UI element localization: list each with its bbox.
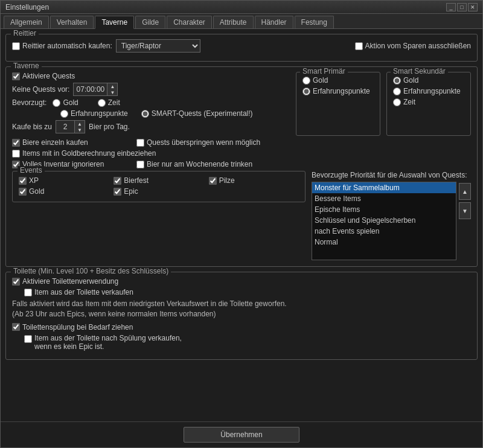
bier-wochenende-checkbox[interactable] bbox=[136, 161, 144, 168]
reittier-dropdown[interactable]: Tiger/Raptor bbox=[116, 39, 200, 53]
flush-checkbox[interactable] bbox=[12, 323, 20, 331]
priority-list[interactable]: Monster für Sammelalbum Bessere Items Ep… bbox=[312, 182, 456, 260]
events-pilze-checkbox[interactable] bbox=[209, 177, 217, 185]
events-gold-checkbox[interactable] bbox=[19, 188, 27, 196]
smart-sekundaer-zeit-radio[interactable] bbox=[393, 98, 401, 106]
events-label: Events bbox=[18, 166, 45, 174]
toilette-group: Toilette (Min. Level 100 + Besitz des Sc… bbox=[5, 272, 478, 360]
events-priority-area: Events XP Bierfest bbox=[12, 171, 471, 260]
no-quests-up[interactable]: ▲ bbox=[107, 83, 117, 89]
priority-item-1[interactable]: Bessere Items bbox=[312, 193, 456, 204]
buy-until-arrows: ▲ ▼ bbox=[74, 121, 85, 133]
no-quests-row: Keine Quests vor: ▲ ▼ bbox=[12, 83, 290, 96]
title-bar: Einstellungen _ □ ✕ bbox=[1, 1, 482, 14]
activate-quests-label[interactable]: Aktiviere Quests bbox=[12, 72, 75, 80]
buy-until-spinner[interactable]: ▲ ▼ bbox=[56, 120, 85, 133]
smart-quests-radio-label[interactable]: SMART-Quests (Experimental!) bbox=[141, 109, 253, 118]
gold-radio-label[interactable]: Gold bbox=[53, 98, 78, 107]
buy-until-up[interactable]: ▲ bbox=[75, 121, 85, 127]
tab-allgemein[interactable]: Allgemein bbox=[4, 16, 49, 28]
zeit-radio[interactable] bbox=[98, 99, 106, 107]
no-quests-spinner[interactable]: ▲ ▼ bbox=[73, 83, 118, 96]
sell-after-flush-label[interactable]: Item aus der Toilette nach Spülung verka… bbox=[24, 334, 182, 351]
events-bierfest-label[interactable]: Bierfest bbox=[114, 176, 203, 185]
events-bierfest-checkbox[interactable] bbox=[114, 177, 121, 185]
auto-buy-checkbox[interactable] bbox=[12, 42, 20, 50]
bier-wochenende-label[interactable]: Bier nur am Wochenende trinken bbox=[136, 160, 252, 168]
events-epic-label[interactable]: Epic bbox=[114, 187, 203, 196]
priority-item-0[interactable]: Monster für Sammelalbum bbox=[312, 182, 456, 193]
events-pilze-label[interactable]: Pilze bbox=[209, 176, 299, 185]
buy-until-input[interactable] bbox=[56, 121, 74, 133]
erfahrung-radio-label[interactable]: Erfahrungspunkte bbox=[60, 109, 128, 118]
events-xp-checkbox[interactable] bbox=[19, 177, 27, 185]
sell-after-flush-row: Item aus der Toilette nach Spülung verka… bbox=[24, 334, 471, 351]
items-gold-label[interactable]: Items mit in Goldberechnung einbeziehen bbox=[12, 149, 156, 158]
erfahrung-radio[interactable] bbox=[60, 110, 68, 118]
sell-item-label[interactable]: Item aus der Toilette verkaufen bbox=[24, 288, 133, 296]
tab-charakter[interactable]: Charakter bbox=[167, 16, 212, 28]
sell-item-row: Item aus der Toilette verkaufen bbox=[24, 288, 471, 296]
no-quests-input[interactable] bbox=[74, 83, 107, 95]
toilette-info-text: Falls aktiviert wird das Item mit dem ni… bbox=[12, 299, 471, 319]
tab-festung[interactable]: Festung bbox=[295, 16, 334, 28]
reittier-group: Reittier Reittier automatisch kaufen: Ti… bbox=[5, 34, 478, 62]
tab-taverne[interactable]: Taverne bbox=[95, 16, 134, 29]
buy-until-down[interactable]: ▼ bbox=[75, 127, 85, 133]
events-gold-label[interactable]: Gold bbox=[19, 187, 109, 196]
flush-row: Toilettenspülung bei Bedarf ziehen bbox=[12, 323, 471, 331]
tab-attribute[interactable]: Attribute bbox=[213, 16, 254, 28]
exclude-saving-checkbox[interactable] bbox=[355, 42, 363, 50]
priority-item-4[interactable]: nach Events spielen bbox=[312, 226, 456, 237]
flush-label[interactable]: Toilettenspülung bei Bedarf ziehen bbox=[12, 323, 133, 331]
priority-item-3[interactable]: Schlüssel und Spiegelscherben bbox=[312, 215, 456, 226]
zeit-radio-label[interactable]: Zeit bbox=[98, 98, 120, 107]
priority-list-area: Monster für Sammelalbum Bessere Items Ep… bbox=[312, 182, 471, 260]
tab-gilde[interactable]: Gilde bbox=[135, 16, 165, 28]
activate-toilette-label[interactable]: Aktiviere Toilettenverwendung bbox=[12, 277, 118, 286]
tab-verhalten[interactable]: Verhalten bbox=[50, 16, 94, 28]
exclude-saving-label[interactable]: Aktion vom Sparen ausschließen bbox=[355, 42, 471, 50]
priority-section: Bevorzugte Priorität für die Auswahl von… bbox=[312, 171, 471, 260]
toilette-label: Toilette (Min. Level 100 + Besitz des Sc… bbox=[11, 267, 171, 275]
erfahrung-row: Erfahrungspunkte SMART-Quests (Experimen… bbox=[60, 109, 290, 118]
smart-primaer-erfahrung-radio[interactable] bbox=[302, 88, 310, 95]
apply-button[interactable]: Übernehmen bbox=[184, 427, 299, 443]
biere-einzeln-label[interactable]: Biere einzeln kaufen bbox=[12, 138, 133, 147]
biere-einzeln-checkbox[interactable] bbox=[12, 139, 20, 147]
quests-ueberspringen-label[interactable]: Quests überspringen wenn möglich bbox=[136, 138, 260, 147]
smart-quests-radio[interactable] bbox=[141, 110, 149, 118]
priority-label-row: Bevorzugte Priorität für die Auswahl von… bbox=[312, 171, 471, 179]
maximize-button[interactable]: □ bbox=[457, 3, 467, 11]
minimize-button[interactable]: _ bbox=[446, 3, 456, 11]
activate-toilette-checkbox[interactable] bbox=[12, 278, 20, 286]
gold-radio[interactable] bbox=[53, 99, 60, 107]
events-epic-checkbox[interactable] bbox=[114, 188, 121, 196]
activate-quests-row: Aktiviere Quests bbox=[12, 72, 290, 80]
no-quests-down[interactable]: ▼ bbox=[107, 89, 117, 95]
activate-quests-checkbox[interactable] bbox=[12, 72, 20, 80]
priority-item-2[interactable]: Epische Items bbox=[312, 204, 456, 215]
tab-haendler[interactable]: Händler bbox=[255, 16, 293, 28]
auto-buy-label[interactable]: Reittier automatisch kaufen: bbox=[12, 42, 112, 50]
smart-primaer-erfahrung-label[interactable]: Erfahrungspunkte bbox=[302, 87, 374, 95]
priority-item-5[interactable]: Normal bbox=[312, 237, 456, 248]
smart-primaer-gold-label[interactable]: Gold bbox=[302, 76, 374, 85]
items-gold-checkbox[interactable] bbox=[12, 150, 20, 158]
smart-sekundaer-box: Smart Sekundär Gold Erfahrungspunkte bbox=[386, 72, 471, 136]
sell-item-checkbox[interactable] bbox=[24, 289, 32, 296]
quests-ueberspringen-checkbox[interactable] bbox=[136, 139, 144, 147]
sell-after-flush-checkbox[interactable] bbox=[24, 335, 32, 343]
smart-sekundaer-gold-label[interactable]: Gold bbox=[393, 76, 464, 85]
smart-sekundaer-erfahrung-label[interactable]: Erfahrungspunkte bbox=[393, 87, 464, 95]
close-button[interactable]: ✕ bbox=[468, 3, 478, 11]
smart-sekundaer-erfahrung-radio[interactable] bbox=[393, 88, 401, 95]
preferred-row: Bevorzugt: Gold Zeit bbox=[12, 98, 290, 107]
smart-sekundaer-gold-radio[interactable] bbox=[393, 77, 401, 85]
smart-primaer-box: Smart Primär Gold Erfahrungspunkte bbox=[296, 72, 380, 136]
events-xp-label[interactable]: XP bbox=[19, 176, 109, 185]
priority-down-button[interactable]: ▼ bbox=[459, 202, 471, 219]
smart-sekundaer-zeit-label[interactable]: Zeit bbox=[393, 98, 464, 106]
priority-up-button[interactable]: ▲ bbox=[459, 183, 471, 200]
smart-primaer-gold-radio[interactable] bbox=[302, 77, 310, 85]
